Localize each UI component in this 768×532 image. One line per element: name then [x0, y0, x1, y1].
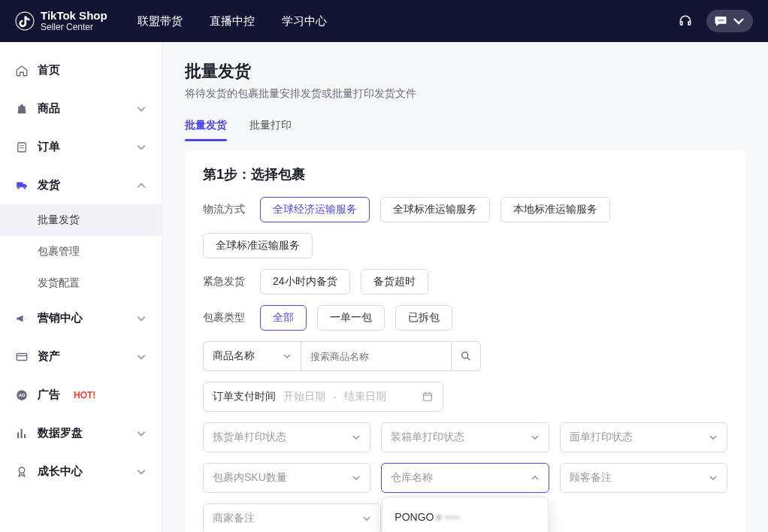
- pkgtype-opt-one-per-order[interactable]: 一单一包: [317, 305, 385, 331]
- chevron-down-icon: [352, 473, 361, 482]
- tab-batch-ship[interactable]: 批量发货: [185, 114, 227, 137]
- pkgtype-opt-split[interactable]: 已拆包: [395, 305, 452, 331]
- urgent-opt-24h[interactable]: 24小时内备货: [260, 269, 350, 295]
- logistics-opt-global-standard[interactable]: 全球标准运输服务: [380, 197, 490, 222]
- search-button[interactable]: [451, 341, 481, 371]
- sku-count-select[interactable]: 包裹内SKU数量: [203, 463, 370, 493]
- search-group: 商品名称: [203, 341, 481, 371]
- chevron-down-icon: [531, 433, 540, 442]
- sidebar-label: 成长中心: [38, 464, 83, 479]
- logistics-opt-global-standard-2[interactable]: 全球标准运输服务: [203, 233, 313, 258]
- svg-point-1: [718, 20, 720, 21]
- date-start: 开始日期: [283, 390, 325, 404]
- chevron-down-icon: [362, 514, 371, 523]
- topnav-live-control[interactable]: 直播中控: [210, 14, 255, 29]
- megaphone-icon: [15, 312, 29, 325]
- pack-status-select[interactable]: 装箱单打印状态: [381, 422, 549, 452]
- logistics-label: 物流方式: [203, 203, 249, 216]
- sidebar-item-growth[interactable]: 成长中心: [0, 452, 162, 491]
- support-icon[interactable]: [678, 14, 693, 29]
- sidebar: 首页 商品 订单 发货 批量发货 包裹管理 发货配置 营销中心 资产 AD广告H…: [0, 42, 162, 532]
- tiktok-icon: [15, 11, 35, 31]
- urgent-opt-overdue[interactable]: 备货超时: [361, 269, 428, 295]
- svg-point-2: [720, 20, 721, 21]
- sidebar-item-assets[interactable]: 资产: [0, 337, 162, 376]
- search-field-label: 商品名称: [213, 349, 255, 363]
- bag-icon: [15, 102, 29, 116]
- sidebar-label: 资产: [38, 349, 60, 364]
- svg-rect-10: [424, 393, 432, 401]
- chevron-down-icon: [136, 142, 147, 153]
- sidebar-label: 订单: [38, 140, 60, 154]
- date-end: 结束日期: [344, 390, 386, 404]
- chat-icon: [714, 14, 727, 28]
- chevron-down-icon: [732, 14, 745, 28]
- sidebar-label: 数据罗盘: [38, 426, 83, 440]
- sidebar-item-marketing[interactable]: 营销中心: [0, 299, 162, 337]
- logistics-opt-global-economy[interactable]: 全球经济运输服务: [260, 197, 370, 222]
- svg-point-9: [462, 352, 468, 358]
- chevron-down-icon: [136, 467, 147, 477]
- svg-text:AD: AD: [19, 393, 26, 397]
- svg-rect-5: [17, 353, 27, 360]
- sidebar-label: 广告: [38, 388, 60, 402]
- sidebar-label: 营销中心: [38, 311, 83, 325]
- topnav: 联盟带货 直播中控 学习中心: [138, 14, 327, 29]
- pkgtype-opt-all[interactable]: 全部: [260, 305, 307, 331]
- chart-icon: [15, 427, 29, 440]
- list-icon: [15, 141, 29, 154]
- warehouse-option[interactable]: PONGO■ ▪▪▪▪: [382, 502, 547, 532]
- svg-point-8: [19, 467, 25, 473]
- label-status-select[interactable]: 面单打印状态: [560, 422, 727, 452]
- hot-badge: HOT!: [74, 390, 95, 401]
- logistics-opt-local-standard[interactable]: 本地标准运输服务: [500, 197, 610, 222]
- pkgtype-label: 包裹类型: [203, 311, 249, 325]
- sidebar-item-ads[interactable]: AD广告HOT!: [0, 376, 162, 414]
- sidebar-item-orders[interactable]: 订单: [0, 128, 162, 166]
- chevron-down-icon: [136, 313, 147, 324]
- brand-logo[interactable]: TikTok Shop Seller Center: [15, 10, 107, 32]
- topnav-learn[interactable]: 学习中心: [282, 14, 327, 29]
- sidebar-item-home[interactable]: 首页: [0, 51, 162, 89]
- pick-status-select[interactable]: 拣货单打印状态: [203, 422, 370, 452]
- chevron-down-icon: [136, 104, 147, 114]
- brand-line1: TikTok Shop: [41, 10, 107, 23]
- search-field-select[interactable]: 商品名称: [203, 341, 301, 371]
- page-subtitle: 将待发货的包裹批量安排发货或批量打印发货文件: [185, 87, 745, 101]
- sidebar-label: 发货: [38, 178, 60, 192]
- chat-menu[interactable]: [706, 10, 753, 32]
- card-icon: [15, 350, 29, 364]
- sidebar-sub-ship-config[interactable]: 发货配置: [0, 268, 162, 299]
- page-title: 批量发货: [185, 60, 745, 83]
- topnav-affiliate[interactable]: 联盟带货: [138, 14, 183, 29]
- sidebar-sub-package-mgmt[interactable]: 包裹管理: [0, 236, 162, 268]
- brand-line2: Seller Center: [41, 23, 107, 32]
- sidebar-item-shipping[interactable]: 发货: [0, 166, 162, 204]
- tab-batch-print[interactable]: 批量打印: [249, 114, 292, 137]
- step-card: 第1步：选择包裹 物流方式 全球经济运输服务 全球标准运输服务 本地标准运输服务…: [185, 150, 745, 532]
- sidebar-sub-batch-ship[interactable]: 批量发货: [0, 204, 162, 236]
- sidebar-item-products[interactable]: 商品: [0, 89, 162, 128]
- svg-rect-4: [18, 143, 26, 152]
- search-input[interactable]: [301, 341, 451, 371]
- step-title: 第1步：选择包裹: [203, 165, 727, 183]
- home-icon: [15, 64, 29, 77]
- svg-point-3: [722, 20, 724, 21]
- chevron-up-icon: [136, 180, 147, 191]
- chevron-up-icon: [531, 473, 540, 482]
- sidebar-item-data-compass[interactable]: 数据罗盘: [0, 414, 162, 452]
- calendar-icon: [422, 391, 434, 403]
- warehouse-select[interactable]: 仓库名称 PONGO■ ▪▪▪▪ PONGO HK 红毛猩猩-▪▪▪▪: [381, 463, 549, 493]
- search-icon: [460, 350, 472, 362]
- customer-note-select[interactable]: 顾客备注: [560, 463, 727, 493]
- topbar: TikTok Shop Seller Center 联盟带货 直播中控 学习中心: [0, 0, 768, 42]
- truck-icon: [15, 179, 29, 192]
- date-range[interactable]: 订单支付时间 开始日期 - 结束日期: [203, 382, 443, 412]
- chevron-down-icon: [136, 352, 147, 362]
- warehouse-dropdown: PONGO■ ▪▪▪▪ PONGO HK 红毛猩猩-▪▪▪▪: [382, 497, 548, 532]
- sidebar-label: 商品: [38, 101, 60, 116]
- merchant-note-select[interactable]: 商家备注: [203, 503, 381, 532]
- main-content: 批量发货 将待发货的包裹批量安排发货或批量打印发货文件 批量发货 批量打印 第1…: [162, 42, 768, 532]
- chevron-down-icon: [283, 352, 292, 361]
- tabs: 批量发货 批量打印: [185, 114, 745, 137]
